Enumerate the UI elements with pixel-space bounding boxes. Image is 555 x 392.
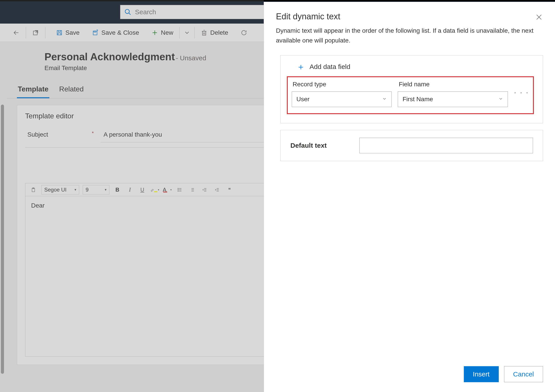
modal-scrim (0, 0, 264, 392)
row-more-actions[interactable]: · · · (514, 88, 529, 100)
default-text-input[interactable] (359, 138, 533, 153)
cancel-button[interactable]: Cancel (504, 366, 543, 382)
data-fields-card: ＋ Add data field Record type User Field … (280, 55, 543, 123)
flyout-title: Edit dynamic text (276, 12, 340, 21)
field-name-select[interactable]: First Name (398, 91, 508, 107)
add-data-field-label: Add data field (309, 63, 350, 71)
chevron-down-icon (498, 96, 503, 103)
insert-button[interactable]: Insert (464, 366, 499, 382)
close-icon (535, 13, 543, 21)
close-button[interactable] (535, 13, 543, 21)
field-name-value: First Name (402, 96, 433, 103)
edit-dynamic-text-flyout: Edit dynamic text Dynamic text will appe… (264, 2, 555, 392)
default-text-label: Default text (290, 142, 342, 149)
field-row-highlight: Record type User Field name First Name (287, 76, 534, 114)
chevron-down-icon (382, 96, 387, 103)
field-name-label: Field name (398, 81, 508, 88)
plus-icon: ＋ (297, 63, 305, 71)
default-text-card: Default text (280, 130, 543, 161)
record-type-label: Record type (292, 81, 392, 88)
add-data-field-button[interactable]: ＋ Add data field (281, 55, 543, 76)
record-type-select[interactable]: User (292, 91, 392, 107)
flyout-description: Dynamic text will appear in the order of… (264, 21, 555, 45)
record-type-value: User (296, 96, 309, 103)
